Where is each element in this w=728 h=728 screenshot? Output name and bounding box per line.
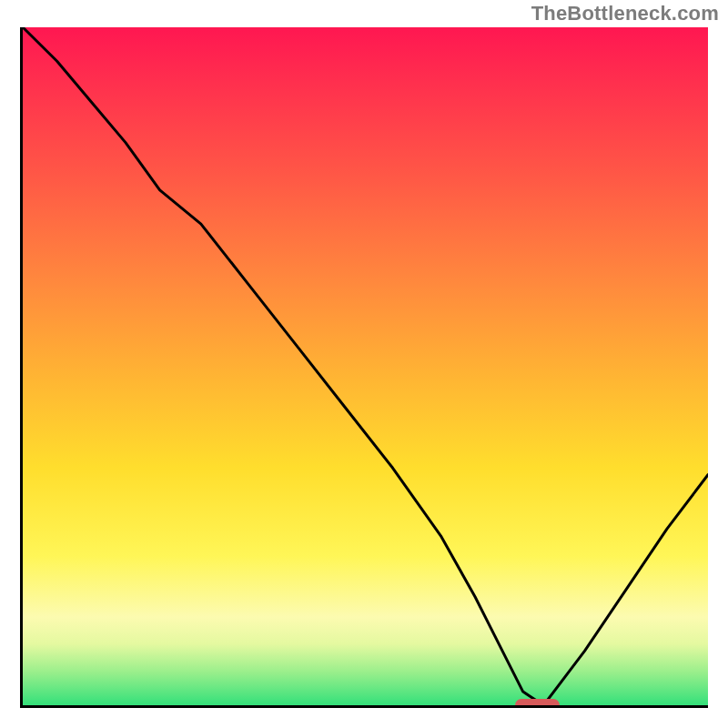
chart-container: TheBottleneck.com <box>0 0 728 728</box>
watermark-text: TheBottleneck.com <box>531 2 719 25</box>
bottleneck-curve <box>23 27 708 705</box>
optimum-marker <box>515 699 560 708</box>
plot-area <box>20 27 708 708</box>
